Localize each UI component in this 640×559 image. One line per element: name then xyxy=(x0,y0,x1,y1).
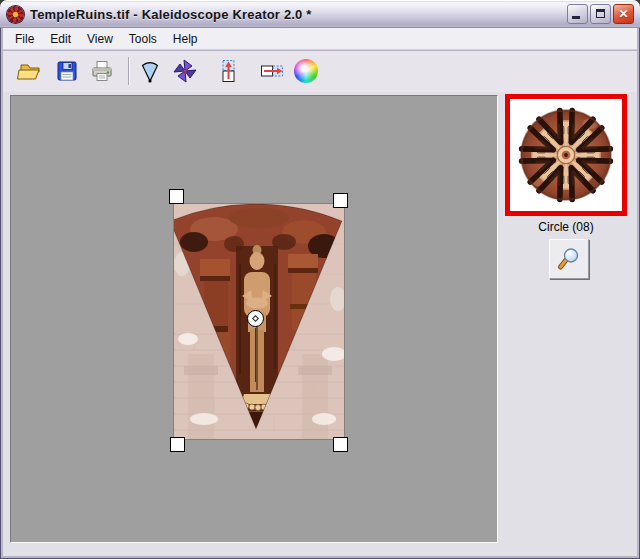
save-floppy-icon xyxy=(54,58,80,84)
print-button[interactable] xyxy=(88,57,116,85)
app-icon xyxy=(7,6,24,23)
selection-handle-top-left[interactable] xyxy=(169,189,184,204)
selection-axis-line xyxy=(255,328,256,382)
minimize-icon xyxy=(572,16,580,19)
expand-canvas-right-icon xyxy=(259,58,285,84)
menu-bar: File Edit View Tools Help xyxy=(3,28,637,50)
pinwheel-preview-button[interactable] xyxy=(171,57,199,85)
save-button[interactable] xyxy=(53,57,81,85)
selection-handle-top-right[interactable] xyxy=(333,193,348,208)
source-photo[interactable] xyxy=(174,204,344,439)
expand-canvas-up-button[interactable] xyxy=(214,57,242,85)
color-wheel-icon xyxy=(294,59,318,83)
expand-canvas-up-icon xyxy=(215,58,241,84)
zoom-preview-button[interactable] xyxy=(549,239,589,279)
toolbar-separator xyxy=(128,57,129,85)
editing-canvas xyxy=(10,95,498,543)
color-wheel-button[interactable] xyxy=(292,57,320,85)
title-bar: TempleRuins.tif - Kaleidoscope Kreator 2… xyxy=(0,0,640,28)
pinwheel-kaleidoscope-icon xyxy=(172,58,198,84)
menu-file[interactable]: File xyxy=(8,30,41,48)
maximize-icon xyxy=(596,9,605,18)
menu-help[interactable]: Help xyxy=(166,30,205,48)
close-button[interactable]: ✕ xyxy=(613,4,634,24)
open-folder-icon xyxy=(17,58,43,84)
minimize-button[interactable] xyxy=(567,4,588,24)
open-file-button[interactable] xyxy=(16,57,44,85)
print-icon xyxy=(89,58,115,84)
menu-edit[interactable]: Edit xyxy=(43,30,78,48)
content-area: Circle (08) xyxy=(3,92,637,556)
menu-view[interactable]: View xyxy=(80,30,120,48)
window-title: TempleRuins.tif - Kaleidoscope Kreator 2… xyxy=(30,7,312,22)
selection-center-handle[interactable] xyxy=(247,310,264,327)
wedge-tool-button[interactable] xyxy=(136,57,164,85)
menu-tools[interactable]: Tools xyxy=(122,30,164,48)
maximize-button[interactable] xyxy=(590,4,611,24)
expand-canvas-right-button[interactable] xyxy=(258,57,286,85)
selection-handle-bottom-left[interactable] xyxy=(170,437,185,452)
kaleidoscope-preview-selected[interactable] xyxy=(505,94,627,216)
preview-panel: Circle (08) xyxy=(498,92,637,556)
kaleidoscope-preview-image xyxy=(514,103,618,207)
preset-label: Circle (08) xyxy=(498,220,634,234)
magnifier-icon xyxy=(556,246,582,272)
app-window: TempleRuins.tif - Kaleidoscope Kreator 2… xyxy=(0,0,640,559)
center-diamond-icon xyxy=(252,315,259,322)
selection-handle-bottom-right[interactable] xyxy=(333,437,348,452)
toolbar xyxy=(3,51,637,93)
wedge-selector-icon xyxy=(136,57,164,85)
